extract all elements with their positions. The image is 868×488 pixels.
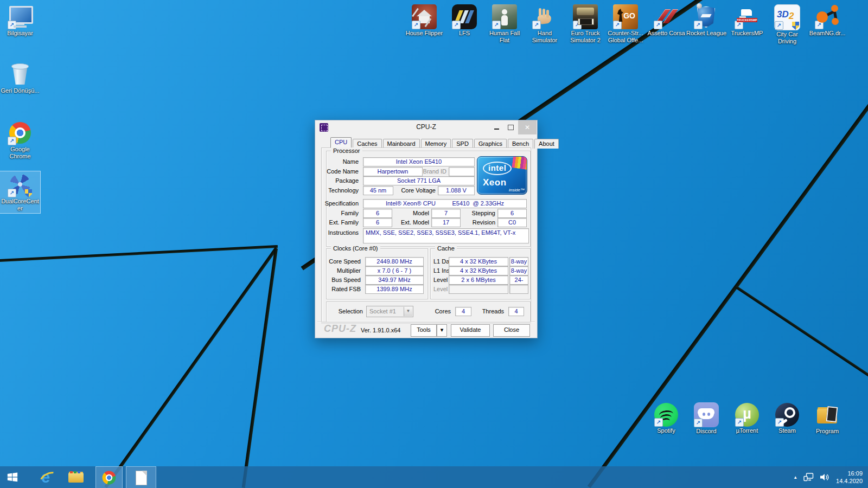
shortcut-arrow-badge: ↗ [8, 21, 16, 29]
desktop-icon-lfs[interactable]: ↗ LFS [444, 3, 484, 38]
desktop-icon-recycle-bin[interactable]: Geri Dönüşü... [0, 61, 40, 95]
euro-truck-simulator-icon: ↗ [573, 4, 598, 29]
desktop-icon-google-chrome[interactable]: ↗ Google Chrome [0, 119, 40, 161]
desktop-icon-label: House Flipper [404, 30, 444, 37]
package-value: Socket 771 LGA [363, 176, 475, 185]
network-icon[interactable] [803, 473, 814, 481]
desktop-icon-assetto-corsa[interactable]: ↗ Assetto Corsa [646, 3, 686, 38]
package-label: Package [325, 177, 359, 184]
instructions-value: MMX, SSE, SSE2, SSE3, SSSE3, SSE4.1, EM6… [363, 228, 529, 243]
shortcut-arrow-badge: ↗ [532, 21, 541, 29]
desktop-icon-city-car-driving[interactable]: ↗ City Car Driving [767, 3, 807, 46]
tools-dropdown-button[interactable]: ▾ [437, 324, 447, 337]
wallpaper-line [0, 245, 278, 262]
desktop-icon-house-flipper[interactable]: ↗ House Flipper [404, 3, 444, 38]
core-speed-value: 2449.80 MHz [365, 257, 424, 266]
desktop-icon-truckersmp[interactable]: ↗ TruckersMP [727, 3, 767, 38]
wallpaper-line [242, 248, 278, 488]
level2-way: 24-way [509, 275, 528, 285]
tab-spd[interactable]: SPD [452, 139, 473, 149]
minimize-button[interactable] [490, 120, 503, 134]
desktop-icon-label: Geri Dönüşü... [0, 87, 40, 94]
tab-mainboard[interactable]: Mainboard [383, 139, 420, 149]
house-flipper-icon: ↗ [412, 4, 437, 29]
rocket-league-icon: ↗ [694, 4, 719, 29]
l1-data-value: 4 x 32 KBytes [449, 257, 508, 266]
desktop-icon-dualcorecenter[interactable]: ↗ DualCoreCenter [0, 171, 40, 213]
desktop-icon-beamng[interactable]: ↗ BeamNG.dr... [807, 3, 847, 38]
bus-speed-value: 349.97 MHz [365, 275, 424, 285]
l1-data-way: 8-way [509, 257, 528, 266]
specification-label: Specification [321, 200, 359, 207]
l1-inst-value: 4 x 32 KBytes [449, 266, 508, 275]
truckersmp-icon: ↗ [735, 4, 760, 29]
desktop-icon-euro-truck-simulator-2[interactable]: ↗ Euro Truck Simulator 2 [565, 3, 605, 45]
desktop-icon-label: Google Chrome [0, 146, 40, 160]
taskbar-internet-explorer[interactable]: e [34, 466, 58, 488]
desktop-icon-program-folder[interactable]: Program [807, 401, 847, 436]
desktop-icon-human-fall-flat[interactable]: ↗ Human Fall Flat [484, 3, 525, 45]
desktop-icon-label: Spotify [646, 427, 686, 434]
speaker-icon[interactable] [820, 473, 830, 481]
desktop-icon-steam[interactable]: ↗ Steam [767, 401, 807, 435]
desktop-icon-rocket-league[interactable]: ↗ Rocket League [686, 3, 726, 38]
model-value: 7 [431, 209, 461, 218]
desktop-icon-label: TruckersMP [727, 30, 767, 37]
document-icon [136, 471, 147, 485]
desktop-icon-label: Counter-Str... Global Offe... [605, 30, 646, 44]
desktop-icon-discord[interactable]: ↗ Discord [686, 401, 726, 436]
brand-id-value [449, 167, 475, 176]
tab-cpu[interactable]: CPU [330, 137, 352, 149]
core-speed-label: Core Speed [323, 258, 361, 265]
utorrent-icon: ↗ [735, 403, 759, 427]
maximize-button[interactable] [504, 120, 517, 134]
desktop-icon-bilgisayar[interactable]: ↗ Bilgisayar [0, 3, 40, 38]
core-voltage-value: 1.088 V [438, 186, 475, 195]
start-button[interactable] [0, 466, 25, 488]
shortcut-arrow-badge: ↗ [613, 21, 622, 29]
desktop-icon-label: Human Fall Flat [484, 30, 525, 44]
tray-date: 14.4.2020 [836, 477, 863, 485]
rated-fsb-label: Rated FSB [323, 286, 361, 292]
tab-bench[interactable]: Bench [508, 139, 533, 149]
assetto-corsa-icon: ↗ [654, 4, 679, 29]
shortcut-arrow-badge: ↗ [573, 21, 582, 29]
brand-id-label: Brand ID [423, 168, 446, 175]
desktop-icon-label: City Car Driving [767, 31, 807, 45]
tab-about[interactable]: About [534, 139, 559, 149]
desktop-icon-hand-simulator[interactable]: ↗ Hand Simulator [525, 3, 565, 45]
discord-icon: ↗ [694, 402, 719, 427]
taskbar-file-explorer[interactable] [64, 466, 88, 488]
titlebar[interactable]: CPU-Z ✕ [315, 120, 537, 134]
socket-selector[interactable]: Socket #1 ▼ [366, 306, 413, 317]
code-name-value: Harpertown [363, 167, 423, 176]
desktop-icon-csgo[interactable]: ↗ Counter-Str... Global Offe... [605, 3, 646, 45]
validate-button[interactable]: Validate [451, 324, 490, 337]
chrome-icon [101, 470, 117, 486]
desktop-icon-label: Rocket League [686, 30, 726, 37]
recycle-bin-icon [8, 62, 33, 87]
system-tray: ▲ 16:09 14.4.2020 [793, 466, 868, 488]
close-icon[interactable]: ✕ [518, 120, 537, 134]
tab-graphics[interactable]: Graphics [474, 139, 507, 149]
tools-button[interactable]: Tools [411, 324, 437, 337]
level3-way [509, 285, 528, 294]
group-caption: Clocks (Core #0) [331, 245, 380, 252]
close-button[interactable]: Close [493, 324, 530, 337]
uac-shield-icon [25, 189, 32, 197]
ext-family-value: 6 [363, 218, 392, 227]
taskbar-document-running[interactable] [126, 466, 156, 488]
stepping-value: 6 [497, 209, 527, 218]
shortcut-arrow-badge: ↗ [775, 21, 783, 30]
desktop-icon-utorrent[interactable]: ↗ µTorrent [727, 401, 767, 435]
tab-memory[interactable]: Memory [421, 139, 451, 149]
show-hidden-icons-arrow[interactable]: ▲ [793, 475, 797, 480]
group-caption: Cache [435, 245, 457, 252]
cpuz-logo: CPU-Z [324, 323, 356, 335]
tray-clock[interactable]: 16:09 14.4.2020 [836, 470, 863, 485]
steam-icon: ↗ [775, 403, 799, 427]
desktop-icon-spotify[interactable]: ↗ Spotify [646, 401, 686, 435]
desktop-icon-label: Hand Simulator [525, 30, 565, 44]
taskbar-chrome-running[interactable] [95, 466, 123, 488]
specification-value: Intel® Xeon® CPU E5410 @ 2.33GHz [363, 199, 527, 208]
